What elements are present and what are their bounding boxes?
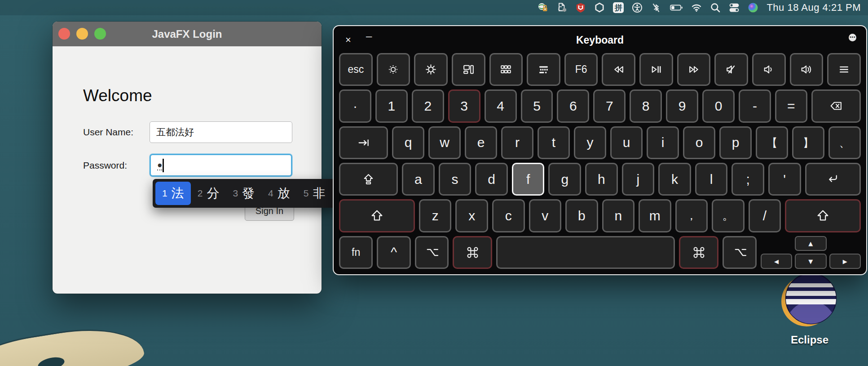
login-titlebar[interactable]: JavaFX Login bbox=[53, 22, 322, 46]
key-f[interactable]: f bbox=[512, 163, 545, 196]
key-brightness-down[interactable] bbox=[377, 53, 410, 86]
key-i[interactable]: i bbox=[647, 126, 679, 159]
key-command-right[interactable] bbox=[679, 236, 718, 269]
key-2[interactable]: 2 bbox=[412, 89, 444, 122]
hexagon-icon[interactable] bbox=[594, 2, 605, 13]
key-tab[interactable] bbox=[339, 126, 388, 159]
key-control[interactable]: ^ bbox=[377, 236, 410, 269]
key-5[interactable]: 5 bbox=[521, 89, 553, 122]
key-c[interactable]: c bbox=[492, 199, 525, 232]
key-q[interactable]: q bbox=[392, 126, 424, 159]
minimize-button[interactable] bbox=[76, 28, 88, 40]
key-equals[interactable]: = bbox=[775, 89, 807, 122]
key-w[interactable]: w bbox=[428, 126, 461, 159]
pinyin-input-icon[interactable]: 拼 bbox=[613, 2, 624, 13]
key-launchpad[interactable] bbox=[489, 53, 523, 86]
password-input[interactable]: ● bbox=[150, 154, 292, 177]
key-9[interactable]: 9 bbox=[666, 89, 698, 122]
key-period[interactable]: 。 bbox=[712, 199, 745, 232]
key-quote[interactable]: ' bbox=[768, 163, 801, 196]
key-d[interactable]: d bbox=[475, 163, 508, 196]
key-shift-left[interactable] bbox=[339, 199, 415, 232]
spotlight-search-icon[interactable] bbox=[710, 2, 721, 13]
key-option-right[interactable] bbox=[723, 236, 756, 269]
menu-bar-clock[interactable]: Thu 18 Aug 4:21 PM bbox=[767, 2, 861, 13]
control-center-icon[interactable] bbox=[729, 2, 740, 13]
key-backslash[interactable]: 、 bbox=[828, 126, 861, 159]
key-volume-down[interactable] bbox=[752, 53, 786, 86]
key-o[interactable]: o bbox=[683, 126, 715, 159]
key-mission-control[interactable] bbox=[452, 53, 485, 86]
key-p[interactable]: p bbox=[719, 126, 752, 159]
ime-candidate-1[interactable]: 1法 bbox=[155, 182, 191, 205]
key-v[interactable]: v bbox=[529, 199, 562, 232]
arrow-right-key[interactable]: ▶ bbox=[829, 254, 861, 269]
key-play-pause[interactable] bbox=[639, 53, 673, 86]
key-s[interactable]: s bbox=[439, 163, 471, 196]
key-e[interactable]: e bbox=[465, 126, 497, 159]
key-r[interactable]: r bbox=[501, 126, 533, 159]
key-command-left[interactable] bbox=[453, 236, 492, 269]
key-7[interactable]: 7 bbox=[593, 89, 626, 122]
bluetooth-off-icon[interactable] bbox=[651, 2, 661, 13]
key-3[interactable]: 3 bbox=[448, 89, 480, 122]
key-b[interactable]: b bbox=[565, 199, 598, 232]
key-slash[interactable]: / bbox=[749, 199, 781, 232]
key-h[interactable]: h bbox=[585, 163, 618, 196]
keyboard-more-icon[interactable]: ••• bbox=[849, 34, 856, 41]
key-z[interactable]: z bbox=[419, 199, 452, 232]
key-f6[interactable]: F6 bbox=[564, 53, 598, 86]
key-grave[interactable]: · bbox=[339, 89, 371, 122]
key-8[interactable]: 8 bbox=[630, 89, 662, 122]
key-caps-lock[interactable] bbox=[339, 163, 398, 196]
key-6[interactable]: 6 bbox=[557, 89, 589, 122]
keyboard-close-icon[interactable]: × bbox=[345, 35, 351, 45]
key-semicolon[interactable]: ; bbox=[731, 163, 764, 196]
key-option-left[interactable] bbox=[415, 236, 449, 269]
key-l[interactable]: l bbox=[695, 163, 728, 196]
key-volume-up[interactable] bbox=[790, 53, 824, 86]
key-comma[interactable]: ， bbox=[675, 199, 708, 232]
arrow-left-key[interactable]: ◀ bbox=[761, 254, 792, 269]
key-1[interactable]: 1 bbox=[375, 89, 408, 122]
key-bracket-right[interactable]: 】 bbox=[792, 126, 824, 159]
key-n[interactable]: n bbox=[602, 199, 635, 232]
key-mute[interactable] bbox=[714, 53, 748, 86]
keyboard-minimize-icon[interactable]: – bbox=[366, 31, 372, 41]
key-0[interactable]: 0 bbox=[702, 89, 735, 122]
key-4[interactable]: 4 bbox=[485, 89, 517, 122]
mcafee-shield-icon[interactable] bbox=[575, 2, 586, 13]
eclipse-desktop-icon[interactable]: Eclipse bbox=[776, 272, 843, 346]
ime-candidate-4[interactable]: 4放 bbox=[261, 182, 297, 205]
key-u[interactable]: u bbox=[610, 126, 643, 159]
key-a[interactable]: a bbox=[402, 163, 435, 196]
key-shift-right[interactable] bbox=[785, 199, 861, 232]
arrow-up-key[interactable]: ▲ bbox=[795, 236, 826, 251]
zoom-button[interactable] bbox=[94, 28, 106, 40]
wifi-icon[interactable] bbox=[691, 2, 702, 13]
key-k[interactable]: k bbox=[658, 163, 691, 196]
ime-candidate-2[interactable]: 2分 bbox=[191, 182, 226, 205]
siri-icon[interactable] bbox=[748, 2, 758, 13]
ime-candidate-3[interactable]: 3發 bbox=[226, 182, 261, 205]
key-fn-list[interactable] bbox=[827, 53, 861, 86]
key-y[interactable]: y bbox=[574, 126, 606, 159]
key-brightness-up[interactable] bbox=[414, 53, 448, 86]
key-rewind[interactable] bbox=[602, 53, 635, 86]
username-input[interactable]: 五都法好 bbox=[150, 121, 292, 143]
key-space[interactable] bbox=[496, 236, 675, 269]
key-return[interactable] bbox=[805, 163, 861, 196]
key-t[interactable]: t bbox=[538, 126, 570, 159]
key-keyboard-light[interactable] bbox=[527, 53, 560, 86]
key-fn[interactable]: fn bbox=[339, 236, 373, 269]
key-m[interactable]: m bbox=[639, 199, 671, 232]
sync-document-icon[interactable] bbox=[556, 2, 567, 13]
accessibility-icon[interactable] bbox=[632, 2, 643, 13]
key-minus[interactable]: - bbox=[739, 89, 771, 122]
close-button[interactable] bbox=[58, 28, 70, 40]
arrow-down-key[interactable]: ▼ bbox=[795, 254, 826, 269]
battery-icon[interactable] bbox=[670, 2, 683, 13]
ime-candidate-5[interactable]: 5非 bbox=[297, 182, 332, 205]
key-g[interactable]: g bbox=[548, 163, 581, 196]
key-bracket-left[interactable]: 【 bbox=[756, 126, 788, 159]
